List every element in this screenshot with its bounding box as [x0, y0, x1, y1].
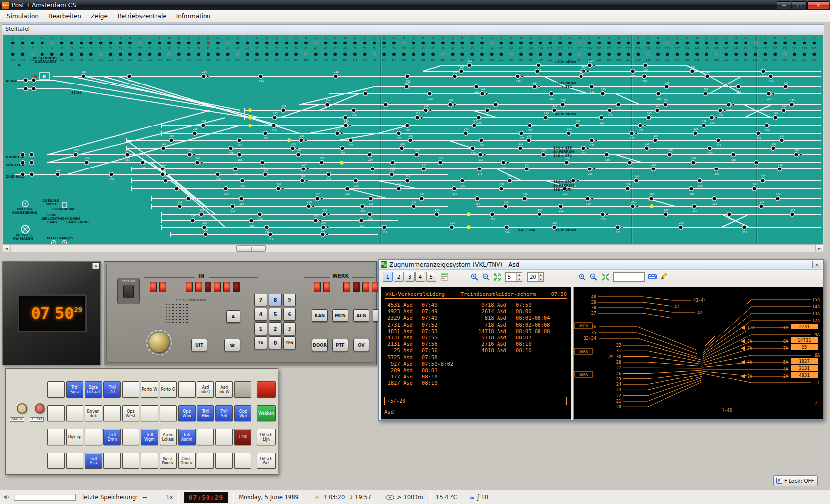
panel-key-blank[interactable]	[122, 381, 139, 398]
panel-key-oost.-doorv.[interactable]: Oost. Doorv.	[178, 453, 196, 469]
refresh-spinner[interactable]: 5▲▼	[505, 272, 522, 282]
panel-key-opz-west[interactable]: Opz West	[122, 405, 139, 421]
werk-key-ov[interactable]: OV	[353, 339, 369, 351]
rows-spinner[interactable]: 20▲▼	[527, 272, 544, 282]
tnv-close-icon[interactable]: ×	[812, 261, 821, 268]
panel-key-trdl-sgra[interactable]: Trdl Sgra	[66, 381, 83, 398]
panel-key-blank[interactable]	[234, 381, 251, 398]
tnv-tab-3[interactable]: 3	[405, 272, 415, 282]
keypad-5[interactable]: 5	[269, 308, 282, 321]
panel-key-trdl-asa[interactable]: Trdl Asa	[85, 453, 102, 469]
handset-key[interactable]: ☎	[224, 339, 240, 351]
keypad-1[interactable]: 1	[254, 322, 267, 335]
opn-in-button[interactable]	[17, 403, 27, 414]
panel-key-blank[interactable]	[122, 429, 139, 445]
keypad-7[interactable]: 7	[254, 294, 267, 306]
panel-key-blank[interactable]	[66, 405, 83, 421]
key-a[interactable]: A	[226, 310, 240, 323]
storing-key[interactable]	[123, 285, 134, 298]
fit-view-icon[interactable]	[492, 272, 502, 282]
keyboard-icon[interactable]	[647, 272, 658, 282]
panel-key-trdl-asdm[interactable]: Trdl Asdm	[178, 429, 196, 445]
scroll-right-arrow[interactable]: ►	[815, 245, 823, 252]
fit-view-icon-2[interactable]	[600, 272, 611, 282]
menu-information[interactable]: Information	[171, 11, 215, 21]
panel-key-dijksgr[interactable]: Dijksgr	[66, 429, 83, 445]
panel-key-blank[interactable]	[160, 405, 177, 421]
zoom-out-icon-2[interactable]	[588, 272, 599, 282]
zoom-in-icon[interactable]	[469, 272, 480, 282]
panel-key-asd-lok-o[interactable]: Asd lok O	[197, 381, 214, 398]
panel-key-blank[interactable]	[215, 453, 233, 469]
panel-key-trdl-zd[interactable]: Trdl Zd	[103, 381, 121, 398]
keypad-tr[interactable]: TR	[254, 336, 267, 349]
pencil-icon[interactable]	[658, 272, 669, 282]
tnv-tab-2[interactable]: 2	[394, 272, 404, 282]
track-panel-canvas[interactable]: R1101b3103R5105b7107R9109b11111R13113b15…	[3, 35, 823, 244]
werk-key-mcn[interactable]: MCN	[332, 309, 348, 322]
werk-key-ptf[interactable]: PTF	[332, 339, 348, 351]
keypad-3[interactable]: 3	[283, 322, 296, 335]
panel-key-blank[interactable]	[47, 429, 65, 445]
panel-key-blank[interactable]	[103, 453, 121, 469]
panel-key-wekken[interactable]: Wekken	[257, 405, 276, 421]
werk-key-door[interactable]: DOOR	[312, 339, 328, 351]
horizontal-scrollbar[interactable]: ◄ ►	[3, 244, 823, 252]
panel-key-trdl-wgm[interactable]: Trdl Wgm	[141, 429, 158, 445]
scroll-left-arrow[interactable]: ◄	[3, 245, 11, 252]
keypad-4[interactable]: 4	[254, 308, 267, 321]
volume-knob[interactable]	[149, 333, 169, 352]
maximize-button[interactable]: ▢	[792, 1, 807, 9]
clock-close-icon[interactable]: ×	[92, 263, 99, 269]
panel-key-blank[interactable]	[197, 429, 214, 445]
keypad-6[interactable]: 6	[283, 308, 296, 321]
panel-key-blank[interactable]	[85, 429, 102, 445]
scrollbar-thumb[interactable]	[236, 245, 266, 252]
panel-key-blank[interactable]	[47, 405, 65, 421]
zoom-in-icon-2[interactable]	[577, 272, 587, 282]
tnv-tab-1[interactable]: 1	[383, 272, 393, 282]
panel-key-sgra-lokaal[interactable]: Sgra Lokaal	[85, 381, 102, 398]
minimize-button[interactable]: —	[777, 1, 791, 9]
key-uit[interactable]: UIT	[191, 339, 207, 351]
werk-key-alg[interactable]: ALG	[353, 309, 369, 322]
panel-key-uitsch-bel[interactable]: Uitsch Bel	[257, 453, 276, 469]
panel-key-alarm[interactable]	[257, 381, 276, 398]
panel-key-blank[interactable]	[197, 453, 214, 469]
panel-key-uitsch-lijn[interactable]: Uitsch Lijn	[257, 429, 276, 445]
menu-simulation[interactable]: Simulation	[2, 11, 43, 21]
menu-bearbeiten[interactable]: Bearbeiten	[43, 11, 86, 21]
panel-key-asdm-lokaal[interactable]: Asdm Lokaal	[160, 429, 177, 445]
panel-key-blank[interactable]	[141, 405, 158, 421]
panel-key-blank[interactable]	[141, 453, 158, 469]
keypad-tfn[interactable]: TFN	[283, 336, 296, 349]
close-button[interactable]: ×	[807, 1, 829, 9]
route-list-icon[interactable]	[439, 272, 450, 282]
panel-key-asd-lok-w[interactable]: Asd lok W	[215, 381, 233, 398]
al-cpz-button[interactable]	[35, 403, 45, 414]
panel-key-blank[interactable]	[122, 453, 139, 469]
panel-key-boven-dok[interactable]: Boven dok	[85, 405, 102, 421]
panel-key-cmk[interactable]: CMK	[234, 429, 251, 445]
panel-key-trdl-shl[interactable]: Trdl Shl	[215, 405, 233, 421]
panel-key-blank[interactable]	[66, 453, 83, 469]
panel-key-porto-w[interactable]: Porto W	[141, 381, 158, 398]
werk-key-kan[interactable]: KAN	[312, 309, 328, 322]
tnv-tab-4[interactable]: 4	[415, 272, 425, 282]
panel-key-blank[interactable]	[47, 453, 65, 469]
panel-key-opz-wpl[interactable]: Opz Wpl	[234, 405, 251, 421]
panel-key-blank[interactable]	[178, 381, 196, 398]
panel-key-trdl-dmn[interactable]: Trdl Dmn	[103, 429, 121, 445]
menu-betriebszentrale[interactable]: Betriebszentrale	[113, 11, 171, 21]
train-number-input[interactable]	[613, 272, 645, 282]
panel-key-trdl-hlm[interactable]: Trdl Hlm	[197, 405, 214, 421]
menu-zeige[interactable]: Zeige	[86, 11, 113, 21]
panel-key-porto-o[interactable]: Porto O	[160, 381, 177, 398]
zoom-out-icon[interactable]	[480, 272, 491, 282]
f-lock-button[interactable]: F F Lock: OFF	[773, 475, 818, 486]
panel-key-blank[interactable]	[103, 405, 121, 421]
storing-button[interactable]: STORING	[117, 278, 140, 304]
keypad-0[interactable]: 0	[269, 336, 282, 349]
panel-key-opz-whv[interactable]: Opz Whv	[178, 405, 196, 421]
tnv-tab-5[interactable]: 5	[426, 272, 436, 282]
